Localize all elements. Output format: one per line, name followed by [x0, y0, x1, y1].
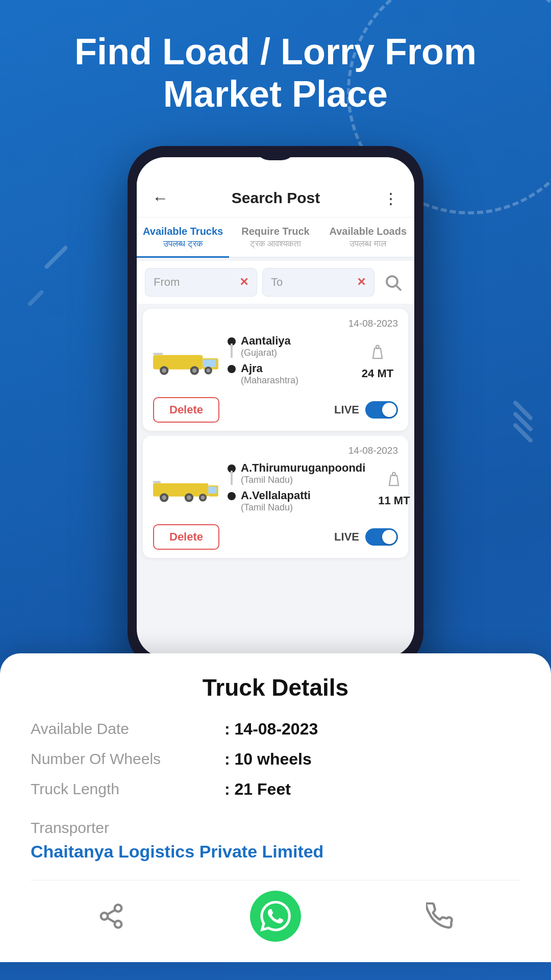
svg-rect-21 [153, 481, 161, 483]
card-2-toggle-knob [382, 530, 396, 544]
card-1-body: Aantaliya (Gujarat) Ajra (Maharashtra) [153, 334, 398, 389]
card-1-to-state: (Maharashtra) [241, 375, 298, 386]
search-bar: From ✕ To ✕ [137, 261, 414, 304]
deco-line-2 [27, 289, 44, 307]
to-input[interactable]: To ✕ [262, 268, 374, 297]
back-button[interactable]: ← [152, 189, 168, 208]
search-button[interactable] [380, 269, 406, 296]
tab-available-loads-label: Available Loads [326, 226, 410, 237]
svg-line-26 [108, 910, 115, 914]
transporter-label: Transporter [31, 819, 520, 837]
tab-available-trucks[interactable]: Available Trucks उपलब्ध ट्रक [137, 217, 229, 258]
card-2-live-label: LIVE [334, 530, 359, 544]
card-2-to: A.Vellalapatti (Tamil Nadu) [228, 489, 365, 513]
card-1-to: Ajra (Maharashtra) [228, 362, 349, 386]
card-1-delete-button[interactable]: Delete [153, 397, 219, 423]
detail-wheels-label: Number Of Wheels [31, 750, 224, 768]
card-2-delete-button[interactable]: Delete [153, 524, 219, 550]
svg-point-6 [162, 369, 166, 373]
svg-point-20 [201, 496, 205, 500]
weight-icon-1 [357, 343, 398, 365]
card-1-live-label: LIVE [334, 403, 359, 416]
detail-length-value: : 21 Feet [224, 780, 291, 799]
share-icon [97, 902, 125, 930]
svg-line-1 [396, 285, 400, 289]
detail-length-label: Truck Length [31, 780, 224, 798]
tab-available-trucks-label: Available Trucks [141, 226, 225, 237]
tab-bar: Available Trucks उपलब्ध ट्रक Require Tru… [137, 217, 414, 258]
card-2-from-state: (Tamil Nadu) [241, 475, 365, 485]
card-2-route: A.Thirumuruganpoondi (Tamil Nadu) A.Vell… [228, 461, 365, 516]
card-1-to-city: Ajra [241, 362, 298, 375]
svg-point-8 [192, 369, 197, 373]
weight-icon-2 [373, 470, 414, 492]
svg-rect-11 [153, 353, 163, 355]
tab-require-truck-label: Require Truck [233, 226, 317, 237]
svg-point-10 [207, 369, 211, 373]
card-2-live-toggle[interactable] [365, 528, 398, 546]
svg-point-16 [162, 496, 166, 500]
card-1-live-toggle[interactable] [365, 401, 398, 419]
svg-rect-14 [208, 486, 216, 494]
bottom-sheet: Truck Details Available Date : 14-08-202… [0, 653, 551, 962]
tab-available-trucks-sub: उपलब्ध ट्रक [141, 239, 225, 249]
tab-require-truck[interactable]: Require Truck ट्रक आवश्यकता [229, 217, 321, 257]
truck-card-1[interactable]: 14-08-2023 [143, 309, 408, 431]
more-menu-button[interactable]: ⋮ [383, 189, 399, 207]
phone-screen: ← Search Post ⋮ Available Trucks उपलब्ध … [137, 157, 414, 657]
background: Find Load / Lorry From Market Place ← Se… [0, 0, 551, 980]
card-2-to-state: (Tamil Nadu) [241, 502, 311, 513]
svg-rect-4 [203, 359, 216, 367]
svg-point-18 [187, 496, 191, 500]
card-1-toggle-knob [382, 403, 396, 417]
card-1-weight-box: 24 MT [357, 343, 398, 380]
card-1-weight: 24 MT [357, 367, 398, 380]
app-screen: ← Search Post ⋮ Available Trucks उपलब्ध … [137, 157, 414, 657]
card-1-from: Aantaliya (Gujarat) [228, 334, 349, 359]
detail-row-wheels: Number Of Wheels : 10 wheels [31, 750, 520, 769]
phone-body: ← Search Post ⋮ Available Trucks उपलब्ध … [128, 146, 423, 669]
card-2-footer: Delete LIVE [153, 524, 398, 550]
card-1-live: LIVE [334, 401, 398, 419]
from-placeholder: From [154, 276, 180, 289]
detail-row-available-date: Available Date : 14-08-2023 [31, 720, 520, 739]
card-1-footer: Delete LIVE [153, 397, 398, 423]
tab-available-loads[interactable]: Available Loads उपलब्ध माल [322, 217, 414, 257]
truck-image-2 [153, 472, 219, 505]
card-2-to-city: A.Vellalapatti [241, 489, 311, 502]
whatsapp-button[interactable] [250, 891, 301, 942]
detail-available-date-value: : 14-08-2023 [224, 720, 318, 739]
transporter-name: Chaitanya Logistics Private Limited [31, 842, 520, 862]
sheet-actions [31, 880, 520, 942]
side-dashes [510, 408, 536, 435]
detail-row-length: Truck Length : 21 Feet [31, 780, 520, 799]
card-2-weight-box: 11 MT [373, 470, 414, 507]
from-input[interactable]: From ✕ [145, 268, 257, 297]
top-bar: ← Search Post ⋮ [137, 157, 414, 217]
phone-mockup: ← Search Post ⋮ Available Trucks उपलब्ध … [128, 146, 423, 669]
to-clear-button[interactable]: ✕ [357, 276, 366, 289]
truck-card-2[interactable]: 14-08-2023 [143, 436, 408, 558]
card-1-from-state: (Gujarat) [241, 348, 291, 358]
share-button[interactable] [88, 893, 134, 939]
card-2-from-city: A.Thirumuruganpoondi [241, 461, 365, 475]
card-1-from-city: Aantaliya [241, 334, 291, 348]
card-2-body: A.Thirumuruganpoondi (Tamil Nadu) A.Vell… [153, 461, 398, 516]
from-clear-button[interactable]: ✕ [239, 276, 248, 289]
screen-title: Search Post [232, 189, 320, 207]
svg-line-25 [108, 918, 115, 922]
truck-image-1 [153, 345, 219, 378]
call-icon [426, 902, 454, 930]
deco-line-1 [44, 245, 68, 270]
detail-available-date-label: Available Date [31, 720, 224, 738]
tab-available-loads-sub: उपलब्ध माल [326, 239, 410, 249]
whatsapp-icon [260, 901, 291, 932]
to-placeholder: To [271, 276, 283, 289]
card-2-live: LIVE [334, 528, 398, 546]
card-2-from: A.Thirumuruganpoondi (Tamil Nadu) [228, 461, 365, 486]
call-button[interactable] [417, 893, 463, 939]
search-icon [384, 273, 402, 291]
hero-title: Find Load / Lorry From Market Place [0, 31, 551, 115]
tab-require-truck-sub: ट्रक आवश्यकता [233, 239, 317, 249]
card-1-date: 14-08-2023 [153, 318, 398, 329]
